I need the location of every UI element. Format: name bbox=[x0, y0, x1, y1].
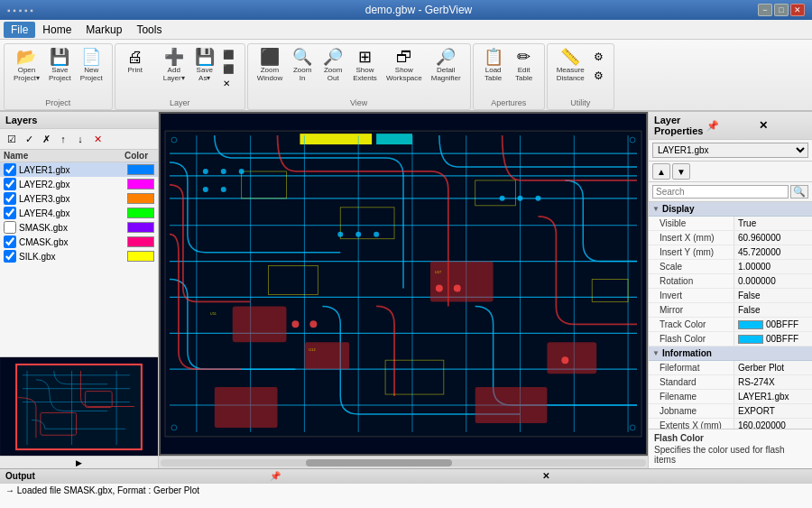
ribbon-row-apertures: 📋 LoadTable ✏ EditTable bbox=[479, 46, 539, 97]
ribbon-btn-new-project[interactable]: 📄 NewProject bbox=[77, 46, 106, 85]
ribbon-btn-layer-down[interactable]: ⬛ bbox=[221, 62, 239, 76]
ribbon-btn-edit-table[interactable]: ✏ EditTable bbox=[510, 46, 539, 85]
layer-checkbox-6[interactable] bbox=[4, 250, 16, 263]
layers-tb-check-all[interactable]: ☑ bbox=[4, 131, 20, 147]
layers-tb-move-down[interactable]: ↓ bbox=[72, 131, 88, 147]
minimize-button[interactable]: − bbox=[758, 4, 772, 16]
layer-color-box-2[interactable] bbox=[127, 193, 154, 204]
layer-color-box-6[interactable] bbox=[127, 251, 154, 262]
svg-point-57 bbox=[561, 356, 568, 364]
props-section-information-header[interactable]: ▼ Information bbox=[649, 346, 812, 361]
ribbon-btn-layer-up[interactable]: ⬛ bbox=[221, 48, 239, 61]
flash-color-value: 00BFFF bbox=[766, 334, 798, 344]
maximize-button[interactable]: □ bbox=[774, 4, 789, 16]
output-pin-icon[interactable]: 📌 bbox=[270, 471, 534, 481]
track-color-swatch[interactable] bbox=[738, 320, 763, 329]
ribbon-btn-zoom-out[interactable]: 🔎 ZoomOut bbox=[318, 46, 347, 85]
layer-name-label-3: LAYER4.gbx bbox=[19, 208, 127, 218]
pcb-canvas: Revision: A C12 U51 U12 U27 bbox=[161, 114, 646, 454]
close-button[interactable]: ✕ bbox=[790, 4, 805, 16]
layer-checkbox-5[interactable] bbox=[4, 236, 16, 248]
props-row-scale: Scale 1.00000 bbox=[649, 260, 812, 274]
layer-checkbox-1[interactable] bbox=[4, 178, 16, 190]
layers-tb-delete[interactable]: ✕ bbox=[89, 131, 106, 147]
layers-expand-btn[interactable]: ▶ bbox=[0, 456, 158, 468]
ribbon-btn-zoom-window[interactable]: ⬛ ZoomWindow bbox=[254, 46, 286, 85]
layers-tb-move-up[interactable]: ↑ bbox=[55, 131, 71, 147]
ribbon-btn-load-table[interactable]: 📋 LoadTable bbox=[479, 46, 508, 85]
ribbon-btn-show-workspace[interactable]: 🗗 ShowWorkspace bbox=[383, 46, 426, 85]
layer-row-LAYER1-gbx[interactable]: LAYER1.gbx bbox=[0, 162, 158, 177]
layer-row-SMASK-gbx[interactable]: SMASK.gbx bbox=[0, 220, 158, 235]
output-header: Output 📌 ✕ bbox=[0, 469, 812, 484]
flash-color-swatch[interactable] bbox=[738, 335, 763, 344]
layer-checkbox-2[interactable] bbox=[4, 192, 16, 205]
props-row-invert: Invert False bbox=[649, 289, 812, 303]
layer-checkbox-4[interactable] bbox=[4, 221, 16, 234]
layer-properties-close-button[interactable]: ✕ bbox=[759, 119, 807, 132]
ribbon-btn-save-project[interactable]: 💾 SaveProject bbox=[45, 46, 75, 85]
layer-row-CMASK-gbx[interactable]: CMASK.gbx bbox=[0, 235, 158, 249]
layers-toolbar: ☑ ✓ ✗ ↑ ↓ ✕ bbox=[0, 129, 158, 150]
props-section-display-header[interactable]: ▼ Display bbox=[649, 202, 812, 217]
canvas-scrollbar-horizontal[interactable] bbox=[159, 456, 648, 468]
ribbon-btn-utility-2[interactable]: ⚙ bbox=[590, 67, 608, 85]
ribbon-btn-print[interactable]: 🖨 Print bbox=[121, 46, 150, 77]
props-row-flash-color: Flash Color 00BFFF bbox=[649, 332, 812, 346]
scrollbar-thumb[interactable] bbox=[306, 459, 451, 466]
ribbon-btn-layer-del[interactable]: ✕ bbox=[221, 77, 239, 90]
layer-row-LAYER3-gbx[interactable]: LAYER3.gbx bbox=[0, 191, 158, 206]
props-row-track-color: Track Color 00BFFF bbox=[649, 318, 812, 332]
layer-color-box-1[interactable] bbox=[127, 179, 154, 189]
props-tb-sort-asc[interactable]: ▲ bbox=[652, 163, 670, 180]
layer-color-box-0[interactable] bbox=[127, 164, 154, 175]
layer-row-SILK-gbx[interactable]: SILK.gbx bbox=[0, 249, 158, 263]
ribbon-btn-zoom-in[interactable]: 🔍 ZoomIn bbox=[288, 46, 317, 85]
props-val-visible: True bbox=[734, 217, 812, 230]
ribbon-btn-utility-1[interactable]: ⚙ bbox=[590, 48, 608, 66]
svg-point-51 bbox=[518, 196, 523, 201]
layer-checkbox-0[interactable] bbox=[4, 163, 16, 176]
layers-tb-uncheck[interactable]: ✗ bbox=[38, 131, 54, 147]
layers-tb-check[interactable]: ✓ bbox=[21, 131, 37, 147]
svg-text:U27: U27 bbox=[435, 270, 441, 274]
search-input[interactable] bbox=[652, 185, 789, 199]
scrollbar-track bbox=[161, 459, 646, 466]
menu-file[interactable]: File bbox=[4, 22, 35, 38]
props-key-flash-color: Flash Color bbox=[649, 332, 734, 346]
layer-row-LAYER4-gbx[interactable]: LAYER4.gbx bbox=[0, 206, 158, 220]
props-tb-sort-desc[interactable]: ▼ bbox=[672, 163, 690, 180]
props-key-fileformat: Fileformat bbox=[649, 361, 734, 374]
ribbon-btn-save-as[interactable]: 💾 SaveAs▾ bbox=[190, 46, 219, 85]
menu-home[interactable]: Home bbox=[35, 22, 78, 38]
ribbon-group-layer-label: Layer bbox=[170, 98, 190, 107]
props-key-jobname: Jobname bbox=[649, 404, 734, 418]
layer-color-box-4[interactable] bbox=[127, 222, 154, 233]
ribbon-btn-detail-magnifier[interactable]: 🔎 DetailMagnifier bbox=[428, 46, 465, 85]
svg-point-54 bbox=[309, 320, 317, 328]
save-as-icon: 💾 bbox=[195, 49, 215, 65]
search-button[interactable]: 🔍 bbox=[790, 185, 808, 199]
props-row-filename: Filename LAYER1.gbx bbox=[649, 390, 812, 404]
pcb-view[interactable]: Revision: A C12 U51 U12 U27 bbox=[159, 112, 648, 456]
props-row-standard: Standard RS-274X bbox=[649, 375, 812, 390]
display-expand-icon: ▼ bbox=[652, 205, 660, 213]
menu-markup[interactable]: Markup bbox=[78, 22, 129, 38]
output-close-button[interactable]: ✕ bbox=[542, 471, 807, 481]
ribbon-btn-show-extents[interactable]: ⊞ ShowExtents bbox=[349, 46, 381, 85]
layer-color-box-5[interactable] bbox=[127, 236, 154, 247]
col-color-header: Color bbox=[118, 151, 154, 161]
layer-select-dropdown[interactable]: LAYER1.gbx LAYER2.gbx LAYER3.gbx LAYER4.… bbox=[652, 143, 808, 158]
ribbon-btn-open-project[interactable]: 📂 OpenProject▾ bbox=[10, 46, 43, 85]
layer-color-box-3[interactable] bbox=[127, 208, 154, 218]
menu-tools[interactable]: Tools bbox=[129, 22, 169, 38]
svg-text:U51: U51 bbox=[210, 311, 217, 316]
ribbon-btn-measure-distance[interactable]: 📏 MeasureDistance bbox=[553, 46, 588, 85]
display-section-label: Display bbox=[662, 204, 695, 214]
layer-checkbox-3[interactable] bbox=[4, 207, 16, 219]
ribbon-row-layer: 🖨 Print ➕ AddLayer▾ 💾 SaveAs▾ ⬛ ⬛ ✕ bbox=[121, 46, 239, 97]
ribbon-group-layer: 🖨 Print ➕ AddLayer▾ 💾 SaveAs▾ ⬛ ⬛ ✕ Laye… bbox=[115, 43, 245, 110]
ribbon-group-view: ⬛ ZoomWindow 🔍 ZoomIn 🔎 ZoomOut ⊞ ShowEx… bbox=[247, 43, 471, 110]
ribbon-btn-add-layer[interactable]: ➕ AddLayer▾ bbox=[160, 46, 189, 85]
layer-row-LAYER2-gbx[interactable]: LAYER2.gbx bbox=[0, 177, 158, 191]
